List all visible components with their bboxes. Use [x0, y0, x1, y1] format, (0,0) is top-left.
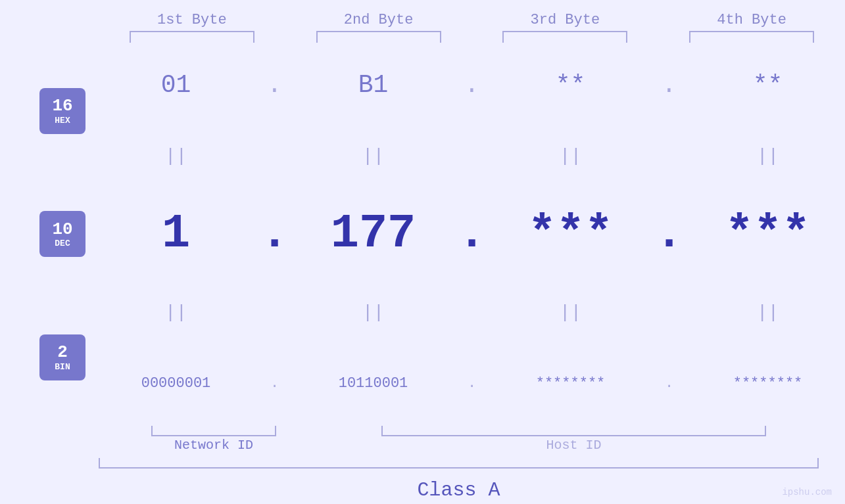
id-labels: Network ID Host ID — [99, 438, 819, 453]
hex-value-4: ** — [753, 71, 783, 99]
hex-cell-3: ** — [505, 71, 637, 99]
content-area: 16 HEX 10 DEC 2 BIN 01 . — [0, 43, 845, 426]
eq1-1: || — [110, 146, 242, 166]
host-bracket-bottom — [381, 426, 766, 436]
dec-value-4: *** — [725, 207, 811, 261]
bin-cell-1: 00000001 — [110, 375, 242, 392]
hex-value-2: B1 — [358, 71, 389, 99]
bin-badge-num: 2 — [57, 343, 68, 362]
dec-row: 1 . 177 . *** . *** — [99, 201, 845, 267]
top-bracket-3 — [502, 31, 627, 43]
byte-label-1: 1st Byte — [120, 12, 264, 28]
bin-value-1: 00000001 — [141, 375, 211, 392]
bin-dot-3: . — [660, 375, 679, 392]
eq2-4: || — [702, 302, 834, 323]
host-id-label: Host ID — [381, 438, 766, 453]
class-label: Class A — [99, 474, 819, 504]
bin-dot-2: . — [462, 375, 482, 392]
eq2-1: || — [110, 302, 242, 323]
hex-dot-1: . — [265, 71, 285, 99]
hex-badge-num: 16 — [52, 97, 72, 116]
hex-value-3: ** — [556, 71, 586, 99]
hex-dot-2: . — [462, 71, 482, 99]
byte-label-2: 2nd Byte — [306, 12, 451, 28]
dec-cell-1: 1 — [110, 207, 242, 261]
separator-1: || || || || — [99, 143, 845, 170]
dec-value-3: *** — [528, 207, 614, 261]
bin-cell-3: ******** — [505, 375, 637, 392]
hex-row: 01 . B1 . ** . ** — [99, 58, 845, 111]
bin-value-3: ******** — [536, 375, 606, 392]
dec-cell-3: *** — [505, 207, 637, 261]
bin-dot-1: . — [265, 375, 285, 392]
bottom-area: Network ID Host ID Class A — [0, 426, 845, 504]
dec-cell-4: *** — [702, 207, 834, 261]
byte-label-3: 3rd Byte — [493, 12, 637, 28]
bin-cell-4: ******** — [702, 375, 834, 392]
eq2-3: || — [505, 302, 637, 323]
byte-label-4: 4th Byte — [679, 12, 824, 28]
dec-cell-2: 177 — [308, 207, 439, 261]
dec-value-1: 1 — [162, 207, 190, 261]
top-brackets-row — [0, 31, 845, 43]
top-bracket-2 — [316, 31, 441, 43]
dec-dot-1: . — [265, 207, 285, 261]
hex-value-1: 01 — [161, 71, 191, 99]
byte-labels-row: 1st Byte 2nd Byte 3rd Byte 4th Byte — [0, 0, 845, 28]
dec-dot-2: . — [462, 207, 482, 261]
network-id-label: Network ID — [151, 438, 276, 453]
individual-bottom-brackets — [99, 426, 819, 436]
full-bottom-bracket — [99, 458, 819, 469]
separator-2: || || || || — [99, 299, 845, 325]
dec-badge-label: DEC — [55, 239, 70, 248]
eq1-2: || — [308, 146, 439, 166]
bin-value-4: ******** — [733, 375, 803, 392]
hex-dot-3: . — [660, 71, 679, 99]
eq1-4: || — [702, 146, 834, 166]
network-bracket-bottom — [151, 426, 276, 436]
eq1-3: || — [505, 146, 637, 166]
watermark: ipshu.com — [782, 487, 832, 497]
hex-cell-4: ** — [702, 71, 834, 99]
top-bracket-1 — [130, 31, 254, 43]
hex-badge-label: HEX — [55, 116, 70, 126]
dec-badge: 10 DEC — [39, 211, 85, 257]
bin-badge: 2 BIN — [39, 334, 85, 380]
hex-badge: 16 HEX — [39, 88, 85, 134]
dec-dot-3: . — [660, 207, 679, 261]
dec-value-2: 177 — [331, 207, 416, 261]
main-container: 1st Byte 2nd Byte 3rd Byte 4th Byte 16 H… — [0, 0, 845, 504]
dec-badge-num: 10 — [52, 220, 72, 239]
top-bracket-4 — [689, 31, 814, 43]
hex-cell-1: 01 — [110, 71, 242, 99]
hex-cell-2: B1 — [308, 71, 439, 99]
bin-value-2: 10110001 — [339, 375, 408, 392]
eq2-2: || — [308, 302, 439, 323]
bin-cell-2: 10110001 — [308, 375, 439, 392]
badges-column: 16 HEX 10 DEC 2 BIN — [26, 43, 99, 426]
bin-badge-label: BIN — [55, 362, 70, 372]
data-grid: 01 . B1 . ** . ** — [99, 43, 845, 426]
bin-row: 00000001 . 10110001 . ******** . — [99, 357, 845, 410]
